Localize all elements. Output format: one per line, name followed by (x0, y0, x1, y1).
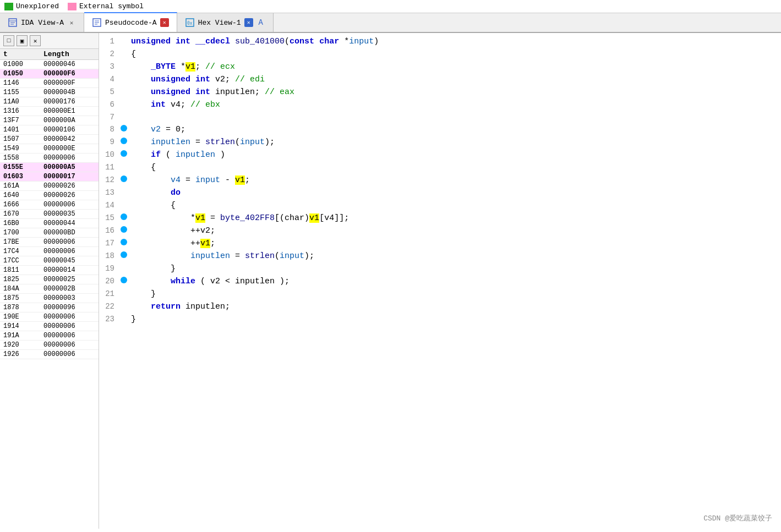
code-panel: 1unsigned int __cdecl sub_401000(const c… (99, 33, 781, 529)
line-number: 11 (99, 161, 119, 173)
line-number: 23 (99, 313, 119, 325)
breakpoint-dot[interactable] (119, 239, 129, 245)
code-text: unsigned int inputlen; // eax (129, 86, 781, 98)
left-table-row[interactable]: 192600000006 (0, 350, 99, 359)
left-table-row[interactable]: 140100000106 (0, 125, 99, 135)
tab-hex-view-pin[interactable]: A (256, 18, 265, 27)
left-panel-btn-close[interactable]: ✕ (30, 35, 41, 46)
line-number: 17 (99, 237, 119, 249)
code-line: 11 { (99, 161, 781, 174)
left-table-row[interactable]: 182500000025 (0, 275, 99, 284)
left-table-row[interactable]: 17C400000006 (0, 247, 99, 256)
left-panel-btn-window[interactable]: □ (3, 35, 14, 46)
left-addr-cell: 17C4 (0, 247, 40, 256)
left-len-cell: 0000000A (40, 116, 99, 125)
left-panel-table: t Length 010000000004601050000000F611460… (0, 49, 99, 359)
code-text: ++v2; (129, 225, 781, 237)
tab-hex-view[interactable]: 0x Hex View-1 ✕ A (177, 13, 274, 32)
breakpoint-dot[interactable] (119, 138, 129, 144)
left-table-row[interactable]: 191400000006 (0, 322, 99, 331)
line-number: 9 (99, 136, 119, 148)
tab-ida-view-pin[interactable]: ✕ (67, 18, 76, 27)
left-table-row[interactable]: 166600000006 (0, 200, 99, 210)
left-len-cell: 00000006 (40, 153, 99, 163)
left-panel-btn-restore[interactable]: ▣ (17, 35, 28, 46)
left-len-cell: 00000014 (40, 266, 99, 275)
left-len-cell: 00000106 (40, 125, 99, 135)
tab-hex-view-icon: 0x (185, 18, 195, 28)
breakpoint-dot[interactable] (119, 277, 129, 283)
left-table-row[interactable]: 164000000026 (0, 191, 99, 200)
left-addr-cell: 1316 (0, 107, 40, 116)
left-table-row[interactable]: 192000000006 (0, 341, 99, 350)
left-table-row[interactable]: 0100000000046 (0, 60, 99, 69)
left-len-cell: 0000000F (40, 79, 99, 88)
left-table-row[interactable]: 0155E000000A5 (0, 163, 99, 172)
left-addr-cell: 184A (0, 284, 40, 294)
code-line: 13 do (99, 187, 781, 199)
left-addr-cell: 01000 (0, 60, 40, 69)
left-table-row[interactable]: 187800000096 (0, 303, 99, 312)
breakpoint-dot[interactable] (119, 251, 129, 258)
tab-pseudocode-close[interactable]: ✕ (160, 18, 169, 27)
code-text: ++v1; (129, 238, 781, 250)
code-line: 19 } (99, 262, 781, 275)
left-table-row[interactable]: 0160300000017 (0, 172, 99, 182)
left-len-cell: 00000176 (40, 97, 99, 107)
left-addr-cell: 13F7 (0, 116, 40, 125)
breakpoint-dot[interactable] (119, 125, 129, 131)
line-number: 22 (99, 300, 119, 312)
code-line: 15 *v1 = byte_402FF8[(char)v1[v4]]; (99, 212, 781, 224)
unexplored-label: Unexplored (16, 2, 59, 10)
breakpoint-dot[interactable] (119, 175, 129, 182)
left-table-row[interactable]: 17BE00000006 (0, 238, 99, 247)
col-addr-header: t (0, 49, 40, 60)
left-table-row[interactable]: 184A0000002B (0, 284, 99, 294)
left-addr-cell: 1558 (0, 153, 40, 163)
left-table-row[interactable]: 15490000000E (0, 144, 99, 153)
left-len-cell: 0000002B (40, 284, 99, 294)
code-container: 1unsigned int __cdecl sub_401000(const c… (99, 33, 781, 328)
line-number: 6 (99, 98, 119, 111)
tab-pseudocode[interactable]: Pseudocode-A ✕ (84, 12, 177, 32)
left-table-row[interactable]: 11A000000176 (0, 97, 99, 107)
external-label: External symbol (79, 2, 144, 10)
left-len-cell: 00000003 (40, 294, 99, 303)
tab-ida-view-label: IDA View-A (21, 19, 64, 27)
breakpoint-dot[interactable] (119, 150, 129, 157)
left-table-row[interactable]: 11550000004B (0, 88, 99, 97)
left-table-row[interactable]: 17CC00000045 (0, 256, 99, 266)
left-table-row[interactable]: 181100000014 (0, 266, 99, 275)
code-text: inputlen = strlen(input); (129, 250, 781, 262)
svg-text:0x: 0x (187, 21, 193, 26)
line-number: 8 (99, 123, 119, 135)
tab-ida-view[interactable]: IDA View-A ✕ (0, 13, 84, 32)
left-addr-cell: 161A (0, 182, 40, 191)
left-table-row[interactable]: 161A00000026 (0, 182, 99, 191)
left-table-row[interactable]: 11460000000F (0, 79, 99, 88)
left-len-cell: 00000096 (40, 303, 99, 312)
left-table-row[interactable]: 1700000000BD (0, 228, 99, 238)
left-len-cell: 00000045 (40, 256, 99, 266)
tab-hex-view-close[interactable]: ✕ (244, 18, 253, 27)
left-len-cell: 00000044 (40, 219, 99, 228)
left-table-row[interactable]: 1316000000E1 (0, 107, 99, 116)
breakpoint-dot[interactable] (119, 226, 129, 233)
legend-bar: Unexplored External symbol (0, 0, 781, 13)
line-number: 3 (99, 61, 119, 73)
left-table-row[interactable]: 155800000006 (0, 153, 99, 163)
left-len-cell: 00000026 (40, 191, 99, 200)
left-addr-cell: 1155 (0, 88, 40, 97)
left-addr-cell: 1146 (0, 79, 40, 88)
left-table-row[interactable]: 167000000035 (0, 210, 99, 219)
left-table-row[interactable]: 13F70000000A (0, 116, 99, 125)
left-table-row[interactable]: 01050000000F6 (0, 69, 99, 79)
tab-pseudocode-label: Pseudocode-A (105, 19, 157, 27)
left-table-row[interactable]: 150700000042 (0, 135, 99, 144)
left-table-row[interactable]: 190E00000006 (0, 312, 99, 322)
breakpoint-dot[interactable] (119, 213, 129, 220)
left-table-row[interactable]: 16B000000044 (0, 219, 99, 228)
left-table-row[interactable]: 187500000003 (0, 294, 99, 303)
code-line: 22 return inputlen; (99, 300, 781, 313)
left-table-row[interactable]: 191A00000006 (0, 331, 99, 341)
